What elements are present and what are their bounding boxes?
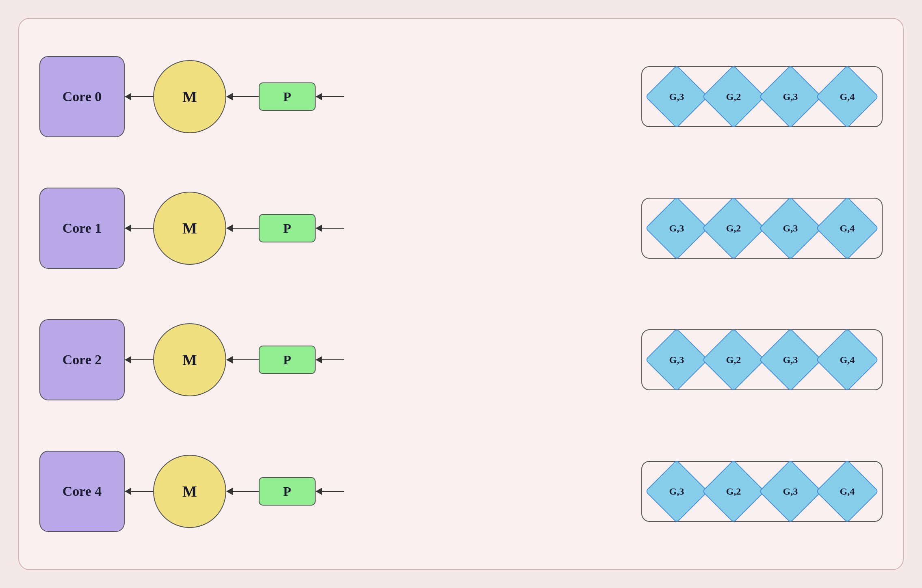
g-label-0-1: G,2 [726,91,741,102]
arrowhead-left-0 [125,93,131,100]
arrowhead-m-p-1 [226,225,233,232]
arrowhead-m-p-0 [226,93,233,100]
core-box-0: Core 0 [39,56,125,137]
conn-line-1 [131,228,153,229]
conn-line-2 [131,359,153,361]
g-group-0: G,3G,2G,3G,4 [641,66,883,127]
g-label-1-0: G,3 [669,223,684,233]
core-box-3: Core 4 [39,451,125,532]
arrow-m-p-0 [226,93,259,100]
main-container: Core 0 M P G,3G,2G,3G,4Core 1 M P G,3G,2… [18,18,904,570]
g-group-3: G,3G,2G,3G,4 [641,461,883,522]
arrow-core-m-2 [125,356,153,363]
conn-line-m-p-0 [233,96,259,97]
g-label-3-2: G,3 [783,486,798,497]
m-circle-1: M [153,192,226,265]
arrow-p-g-3 [316,488,344,495]
g-diamond-3-0: G,3 [645,460,708,523]
arrowhead-left-1 [125,225,131,232]
g-group-2: G,3G,2G,3G,4 [641,329,883,390]
g-diamond-0-1: G,2 [702,65,765,128]
m-circle-3: M [153,455,226,528]
arrowhead-p-g-3 [316,488,322,495]
arrow-m-p-3 [226,488,259,495]
g-label-2-2: G,3 [783,354,798,365]
arrow-core-m-0 [125,93,153,100]
g-diamond-2-2: G,3 [759,328,822,391]
g-diamond-1-1: G,2 [702,197,765,260]
arrowhead-m-p-2 [226,356,233,363]
core-box-1: Core 1 [39,188,125,269]
conn-line-0 [131,96,153,97]
arrowhead-p-g-1 [316,225,322,232]
row-1: Core 1 M P G,3G,2G,3G,4 [39,179,883,277]
g-diamond-0-0: G,3 [645,65,708,128]
g-diamond-3-2: G,3 [759,460,822,523]
g-label-2-1: G,2 [726,354,741,365]
g-label-1-1: G,2 [726,223,741,233]
g-diamond-3-1: G,2 [702,460,765,523]
m-circle-2: M [153,323,226,396]
p-box-1: P [259,214,316,242]
row-3: Core 4 M P G,3G,2G,3G,4 [39,443,883,540]
g-label-1-3: G,4 [840,223,855,233]
conn-line-m-p-3 [233,491,259,492]
arrowhead-p-g-2 [316,356,322,363]
g-label-1-2: G,3 [783,223,798,233]
g-diamond-1-0: G,3 [645,197,708,260]
arrow-p-g-1 [316,225,344,232]
conn-line-p-g-1 [322,228,344,229]
arrow-m-p-2 [226,356,259,363]
arrow-core-m-3 [125,488,153,495]
arrow-p-g-2 [316,356,344,363]
row-2: Core 2 M P G,3G,2G,3G,4 [39,311,883,409]
g-diamond-3-3: G,4 [816,460,879,523]
conn-line-p-g-3 [322,491,344,492]
g-label-3-3: G,4 [840,486,855,497]
arrow-core-m-1 [125,225,153,232]
p-box-0: P [259,82,316,111]
g-diamond-0-2: G,3 [759,65,822,128]
p-box-2: P [259,346,316,374]
arrowhead-p-g-0 [316,93,322,100]
conn-line-p-g-0 [322,96,344,97]
g-diamond-2-3: G,4 [816,328,879,391]
g-diamond-2-0: G,3 [645,328,708,391]
p-box-3: P [259,477,316,506]
g-group-1: G,3G,2G,3G,4 [641,198,883,259]
arrow-m-p-1 [226,225,259,232]
g-label-0-3: G,4 [840,91,855,102]
g-diamond-0-3: G,4 [816,65,879,128]
arrowhead-left-2 [125,356,131,363]
conn-line-m-p-1 [233,228,259,229]
arrowhead-left-3 [125,488,131,495]
g-label-0-2: G,3 [783,91,798,102]
g-diamond-2-1: G,2 [702,328,765,391]
g-diamond-1-3: G,4 [816,197,879,260]
g-label-2-3: G,4 [840,354,855,365]
g-label-3-0: G,3 [669,486,684,497]
core-box-2: Core 2 [39,319,125,400]
g-label-3-1: G,2 [726,486,741,497]
conn-line-p-g-2 [322,359,344,361]
m-circle-0: M [153,60,226,133]
g-label-0-0: G,3 [669,91,684,102]
g-label-2-0: G,3 [669,354,684,365]
g-diamond-1-2: G,3 [759,197,822,260]
arrowhead-m-p-3 [226,488,233,495]
arrow-p-g-0 [316,93,344,100]
row-0: Core 0 M P G,3G,2G,3G,4 [39,48,883,145]
conn-line-m-p-2 [233,359,259,361]
conn-line-3 [131,491,153,492]
